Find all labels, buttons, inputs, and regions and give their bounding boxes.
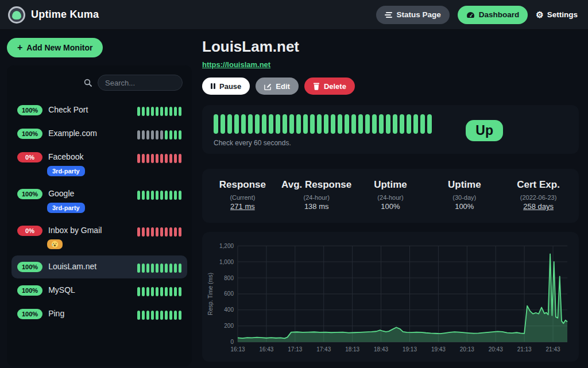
main-content: LouisLam.net https://louislam.net Pause … bbox=[202, 36, 579, 366]
settings-label: Settings bbox=[547, 10, 578, 19]
heartbeat-mini-bar bbox=[137, 107, 181, 116]
stat-uptime-24h: Uptime (24-hour) 100% bbox=[354, 179, 428, 211]
stat-avg-response: Avg. Response (24-hour) 138 ms bbox=[280, 179, 354, 211]
crying-face-icon bbox=[47, 239, 63, 249]
svg-text:18:43: 18:43 bbox=[374, 346, 388, 352]
monitor-row[interactable]: 100%LouisLam.net bbox=[11, 255, 187, 278]
monitor-row[interactable]: 100%Ping bbox=[11, 303, 187, 326]
monitor-row[interactable]: 100%Check Port bbox=[11, 99, 187, 122]
uptime-badge: 0% bbox=[17, 152, 42, 162]
heartbeat-bar bbox=[214, 114, 432, 134]
monitor-name: MySQL bbox=[48, 285, 75, 296]
heartbeat-mini-bar bbox=[137, 227, 181, 237]
uptime-badge: 100% bbox=[17, 285, 42, 296]
stat-title: Response bbox=[206, 179, 280, 191]
stat-sub: (2022-06-23) bbox=[501, 194, 575, 201]
monitor-name: Facebook bbox=[48, 152, 83, 162]
heartbeat-mini-bar bbox=[137, 191, 181, 200]
svg-text:1,000: 1,000 bbox=[219, 259, 234, 265]
uptime-badge: 100% bbox=[17, 129, 42, 139]
stat-value: 138 ms bbox=[304, 202, 329, 211]
dashboard-button[interactable]: Dashboard bbox=[458, 6, 528, 24]
stat-title: Uptime bbox=[354, 179, 428, 191]
status-page-button[interactable]: Status Page bbox=[376, 6, 449, 24]
monitor-title: LouisLam.net bbox=[202, 38, 579, 56]
check-interval-caption: Check every 60 seconds. bbox=[214, 139, 432, 147]
edit-label: Edit bbox=[276, 82, 290, 91]
monitor-list: 100%Check Port100%Example.com0%Facebook3… bbox=[11, 99, 187, 326]
search-icon bbox=[84, 79, 92, 87]
svg-text:16:13: 16:13 bbox=[231, 346, 245, 352]
sidebar: + Add New Monitor 100%Check Port100%Exam… bbox=[7, 36, 192, 366]
svg-text:800: 800 bbox=[224, 274, 234, 281]
svg-text:1,200: 1,200 bbox=[219, 243, 234, 249]
svg-text:20:43: 20:43 bbox=[489, 346, 503, 352]
uptime-badge: 0% bbox=[17, 226, 42, 236]
svg-text:19:43: 19:43 bbox=[431, 346, 446, 352]
tachometer-icon bbox=[466, 11, 475, 18]
stat-response-current: Response (Current) 271 ms bbox=[206, 179, 280, 211]
heartbeat-mini-bar bbox=[137, 154, 181, 163]
delete-button[interactable]: Delete bbox=[304, 78, 355, 95]
svg-text:17:13: 17:13 bbox=[288, 346, 302, 352]
stat-sub: (Current) bbox=[206, 194, 280, 201]
heartbeat-mini-bar bbox=[137, 130, 181, 140]
svg-text:16:43: 16:43 bbox=[259, 346, 273, 352]
svg-text:600: 600 bbox=[224, 290, 234, 297]
plus-icon: + bbox=[17, 42, 22, 53]
monitor-name: Example.com bbox=[48, 128, 97, 139]
search-input[interactable] bbox=[98, 75, 183, 91]
stat-uptime-30d: Uptime (30-day) 100% bbox=[427, 179, 501, 211]
monitor-row[interactable]: 100%Google3rd-party bbox=[11, 183, 187, 219]
monitor-row[interactable]: 0%Inbox by Gmail bbox=[11, 219, 187, 255]
app-brand[interactable]: Uptime Kuma bbox=[8, 6, 99, 24]
svg-text:19:13: 19:13 bbox=[403, 346, 417, 352]
heartbeat-mini-bar bbox=[137, 264, 181, 273]
stat-title: Avg. Response bbox=[280, 179, 354, 191]
edit-icon bbox=[264, 83, 272, 90]
settings-button[interactable]: ⚙ Settings bbox=[536, 10, 578, 19]
stat-cert-exp: Cert Exp. (2022-06-23) 258 days bbox=[501, 179, 575, 211]
monitor-name: Check Port bbox=[48, 104, 88, 115]
stat-value[interactable]: 258 days bbox=[523, 202, 554, 211]
pause-icon bbox=[211, 83, 215, 89]
uptime-kuma-logo-icon bbox=[8, 6, 25, 24]
svg-text:21:43: 21:43 bbox=[546, 346, 560, 352]
svg-text:Resp. Time (ms): Resp. Time (ms) bbox=[207, 273, 214, 315]
stat-sub: (24-hour) bbox=[354, 194, 428, 201]
stream-icon bbox=[385, 11, 392, 18]
stat-value: 100% bbox=[381, 202, 400, 211]
svg-text:400: 400 bbox=[224, 307, 234, 313]
monitor-tag: 3rd-party bbox=[47, 166, 85, 176]
monitor-row[interactable]: 100%Example.com bbox=[11, 122, 187, 145]
uptime-badge: 100% bbox=[17, 262, 42, 272]
svg-text:0: 0 bbox=[230, 339, 234, 345]
edit-button[interactable]: Edit bbox=[256, 78, 299, 95]
gear-icon: ⚙ bbox=[536, 10, 543, 19]
uptime-badge: 100% bbox=[17, 309, 42, 319]
heartbeat-panel: Check every 60 seconds. Up bbox=[202, 105, 579, 154]
navbar: Uptime Kuma Status Page Dashboard ⚙ Sett… bbox=[0, 0, 588, 30]
pause-button[interactable]: Pause bbox=[202, 78, 250, 95]
svg-text:20:13: 20:13 bbox=[460, 346, 474, 352]
stat-title: Uptime bbox=[427, 179, 501, 191]
monitor-tag: 3rd-party bbox=[47, 203, 85, 213]
stat-value[interactable]: 271 ms bbox=[230, 202, 255, 211]
response-chart: 02004006008001,0001,20016:1316:4317:1317… bbox=[204, 238, 577, 359]
monitor-row[interactable]: 0%Facebook3rd-party bbox=[11, 146, 187, 182]
stat-sub: (30-day) bbox=[427, 194, 501, 201]
status-badge: Up bbox=[466, 120, 503, 141]
monitor-name: Ping bbox=[48, 308, 64, 319]
trash-icon bbox=[313, 83, 320, 90]
monitor-row[interactable]: 100%MySQL bbox=[11, 279, 187, 302]
dashboard-label: Dashboard bbox=[479, 10, 520, 19]
monitor-url-link[interactable]: https://louislam.net bbox=[202, 60, 270, 69]
add-new-monitor-button[interactable]: + Add New Monitor bbox=[7, 38, 103, 57]
monitor-name: LouisLam.net bbox=[48, 261, 96, 272]
app-title: Uptime Kuma bbox=[31, 9, 99, 21]
monitor-name: Inbox by Gmail bbox=[48, 225, 102, 236]
heartbeat-mini-bar bbox=[137, 287, 181, 296]
stat-sub: (24-hour) bbox=[280, 194, 354, 201]
stats-panel: Response (Current) 271 ms Avg. Response … bbox=[202, 169, 579, 223]
delete-label: Delete bbox=[324, 82, 346, 91]
